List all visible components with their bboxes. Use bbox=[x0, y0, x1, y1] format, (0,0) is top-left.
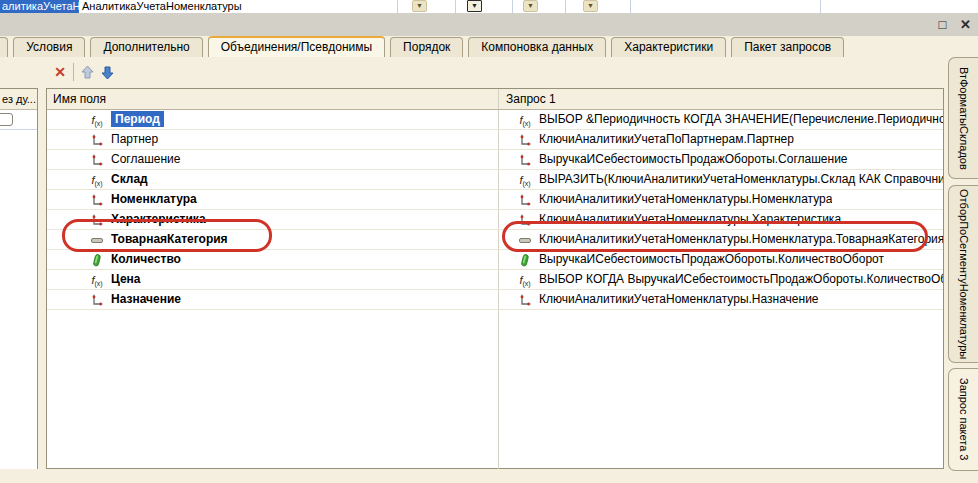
field-name-cell[interactable]: ТоварнаяКатегория bbox=[111, 230, 228, 249]
function-icon: f(x) bbox=[91, 114, 102, 127]
queries-list-panel: ез ду... bbox=[0, 88, 38, 469]
function-icon: f(x) bbox=[519, 114, 530, 127]
toolbar-separator bbox=[73, 63, 74, 81]
dimension-field-icon bbox=[518, 153, 532, 167]
query-expression-cell[interactable]: ВЫБОР &Периодичность КОГДА ЗНАЧЕНИЕ(Пере… bbox=[539, 110, 943, 129]
query-icon-slot: f(x) bbox=[517, 112, 533, 128]
query-icon-slot: f(x) bbox=[517, 272, 533, 288]
dimension-field-icon bbox=[90, 213, 104, 227]
function-icon: f(x) bbox=[519, 174, 530, 187]
queries-list-header: ез ду... bbox=[0, 89, 37, 110]
field-name-cell[interactable]: Характеристика bbox=[111, 210, 206, 229]
function-icon: f(x) bbox=[91, 174, 102, 187]
query-icon-slot bbox=[517, 212, 533, 228]
tab-dopolnitelno[interactable]: Дополнительно bbox=[90, 37, 202, 57]
field-icon-slot: f(x) bbox=[89, 172, 105, 188]
field-name-cell[interactable]: Цена bbox=[111, 270, 141, 289]
column-header-query-1[interactable]: Запрос 1 bbox=[506, 89, 556, 109]
dimension-field-icon bbox=[90, 193, 104, 207]
grid-line bbox=[397, 0, 398, 13]
query-icon-slot: f(x) bbox=[517, 172, 533, 188]
maximize-button[interactable]: □ bbox=[934, 16, 951, 33]
vertical-tab-label: ОтборПоСегментуНоменклатуры bbox=[958, 189, 970, 359]
field-name-cell[interactable]: Назначение bbox=[111, 290, 181, 309]
dimension-field-icon bbox=[518, 213, 532, 227]
dimension-field-icon bbox=[518, 193, 532, 207]
background-grid-row: алитикаУчетаНом... АналитикаУчетаНоменкл… bbox=[0, 0, 978, 13]
query-designer-window: алитикаУчетаНом... АналитикаУчетаНоменкл… bbox=[0, 0, 978, 483]
query-expression-cell[interactable]: ВыручкаИСебестоимостьПродажОбороты.Согла… bbox=[539, 150, 848, 169]
dialog-titlebar[interactable] bbox=[0, 13, 978, 36]
query-expression-cell[interactable]: КлючиАналитикиУчетаПоПартнерам.Партнер bbox=[539, 130, 794, 149]
table-row-характеристика[interactable]: ХарактеристикаКлючиАналитикиУчетаНоменкл… bbox=[47, 210, 943, 230]
table-row-склад[interactable]: f(x)Складf(x)ВЫРАЗИТЬ(КлючиАналитикиУчет… bbox=[47, 170, 943, 190]
background-selected-cell[interactable]: алитикаУчетаНом... bbox=[0, 0, 79, 13]
query-expression-cell[interactable]: ВыручкаИСебестоимостьПродажОбороты.Колич… bbox=[539, 250, 884, 269]
dropdown-button-icon[interactable]: ▼ bbox=[583, 0, 598, 12]
dimension-field-icon bbox=[90, 153, 104, 167]
field-name-cell[interactable]: Количество bbox=[111, 250, 181, 269]
vertical-tab-zapros-paketa-3[interactable]: Запрос пакета 3 bbox=[948, 368, 978, 471]
field-icon-slot bbox=[89, 292, 105, 308]
function-icon: f(x) bbox=[519, 274, 530, 287]
tab-harakteristiki[interactable]: Характеристики bbox=[611, 37, 726, 57]
table-row-количество[interactable]: КоличествоВыручкаИСебестоимостьПродажОбо… bbox=[47, 250, 943, 270]
tab-obedineniya-psevdonimy[interactable]: Объединения/Псевдонимы bbox=[208, 36, 385, 57]
query-expression-cell[interactable]: ВЫРАЗИТЬ(КлючиАналитикиУчетаНоменклатуры… bbox=[539, 170, 943, 189]
selected-field-name[interactable]: Период bbox=[111, 111, 164, 127]
column-divider bbox=[498, 89, 499, 109]
vertical-tab-label: Запрос пакета 3 bbox=[958, 378, 970, 460]
up-arrow-icon bbox=[80, 65, 95, 80]
table-row-партнер[interactable]: ПартнерКлючиАналитикиУчетаПоПартнерам.Па… bbox=[47, 130, 943, 150]
no-duplicates-checkbox[interactable] bbox=[0, 113, 13, 126]
query-list-row[interactable] bbox=[0, 110, 37, 130]
query-icon-slot bbox=[517, 292, 533, 308]
column-header-field-name[interactable]: Имя поля bbox=[53, 89, 106, 109]
query-expression-cell[interactable]: КлючиАналитикиУчетаНоменклатуры.Номенкла… bbox=[539, 230, 943, 249]
query-expression-cell[interactable]: КлючиАналитикиУчетаНоменклатуры.Характер… bbox=[539, 210, 841, 229]
table-row-период[interactable]: f(x)Периодf(x)ВЫБОР &Периодичность КОГДА… bbox=[47, 110, 943, 130]
resource-icon bbox=[90, 253, 104, 267]
vertical-tab-vtformatyskladov[interactable]: ВтФорматыСкладов bbox=[948, 57, 978, 179]
dropdown-button-icon[interactable]: ▼ bbox=[523, 0, 538, 12]
table-row-назначение[interactable]: НазначениеКлючиАналитикиУчетаНоменклатур… bbox=[47, 290, 943, 310]
fields-aliases-table: Имя поля Запрос 1 f(x)Периодf(x)ВЫБОР &П… bbox=[46, 88, 944, 469]
query-icon-slot bbox=[517, 152, 533, 168]
tab-usloviya[interactable]: Условия bbox=[13, 37, 85, 57]
dimension-field-icon bbox=[90, 133, 104, 147]
query-icon-slot bbox=[517, 192, 533, 208]
tab-poryadok[interactable]: Порядок bbox=[390, 37, 463, 57]
delete-icon: ✕ bbox=[54, 64, 66, 80]
tab-komponovka-dannyh[interactable]: Компоновка данных bbox=[468, 37, 606, 57]
query-expression-cell[interactable]: ВЫБОР КОГДА ВыручкаИСебестоимостьПродажО… bbox=[539, 270, 943, 289]
field-icon-slot bbox=[89, 132, 105, 148]
table-row-товарнаякатегория[interactable]: ТоварнаяКатегорияКлючиАналитикиУчетаНоме… bbox=[47, 230, 943, 250]
tab-bar: каУсловияДополнительноОбъединения/Псевдо… bbox=[0, 36, 978, 57]
query-expression-cell[interactable]: КлючиАналитикиУчетаНоменклатуры.Назначен… bbox=[539, 290, 819, 309]
background-value-cell[interactable]: АналитикаУчетаНоменклатуры bbox=[82, 0, 242, 13]
field-icon-slot bbox=[89, 192, 105, 208]
dropdown-button-icon[interactable]: ▼ bbox=[412, 0, 427, 12]
table-row-соглашение[interactable]: СоглашениеВыручкаИСебестоимостьПродажОбо… bbox=[47, 150, 943, 170]
field-icon-slot: f(x) bbox=[89, 272, 105, 288]
close-button[interactable]: ✕ bbox=[957, 16, 974, 33]
field-name-cell[interactable]: Склад bbox=[111, 170, 148, 189]
grid-line bbox=[820, 0, 821, 13]
field-icon-slot bbox=[89, 252, 105, 268]
field-name-cell[interactable]: Номенклатура bbox=[111, 190, 197, 209]
move-down-button[interactable] bbox=[97, 62, 117, 82]
vertical-tab-otborposegmentunomenklatury[interactable]: ОтборПоСегментуНоменклатуры bbox=[948, 185, 978, 363]
field-name-cell[interactable]: Период bbox=[111, 110, 164, 129]
dimension-field-icon bbox=[90, 293, 104, 307]
query-expression-cell[interactable]: КлючиАналитикиУчетаНоменклатуры.Номенкла… bbox=[539, 190, 832, 209]
table-row-цена[interactable]: f(x)Ценаf(x)ВЫБОР КОГДА ВыручкаИСебестои… bbox=[47, 270, 943, 290]
tab-paket-zaprosov[interactable]: Пакет запросов bbox=[731, 37, 844, 57]
table-row-номенклатура[interactable]: НоменклатураКлючиАналитикиУчетаНоменклат… bbox=[47, 190, 943, 210]
move-up-button[interactable] bbox=[77, 62, 97, 82]
tab-gruppirovka[interactable]: ка bbox=[0, 37, 8, 57]
dropdown-button-icon[interactable]: ▼ bbox=[467, 0, 482, 12]
field-name-cell[interactable]: Партнер bbox=[111, 130, 158, 149]
table-body: f(x)Периодf(x)ВЫБОР &Периодичность КОГДА… bbox=[47, 110, 943, 469]
delete-button[interactable]: ✕ bbox=[50, 62, 70, 82]
field-name-cell[interactable]: Соглашение bbox=[111, 150, 180, 169]
